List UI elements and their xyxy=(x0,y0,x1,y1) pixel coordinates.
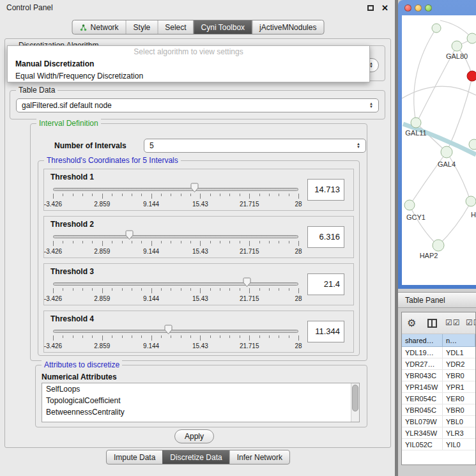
table-data-combobox[interactable]: galFiltered.sif default node ▲▼ xyxy=(16,98,379,112)
tab-infer-network[interactable]: Infer Network xyxy=(229,450,289,464)
slider-track[interactable] xyxy=(53,235,298,238)
tick-mark xyxy=(269,288,270,291)
control-panel-titlebar[interactable]: Control Panel ✕ xyxy=(0,0,395,15)
table-row[interactable]: YPR145WYPR1 xyxy=(402,381,475,393)
network-node[interactable] xyxy=(404,200,415,210)
tick-mark xyxy=(298,335,299,341)
slider-ticks xyxy=(53,288,298,294)
tab-jactivemnodules[interactable]: jActiveMNodules xyxy=(252,20,323,34)
tab-select[interactable]: Select xyxy=(157,20,193,34)
tick-mark xyxy=(92,194,93,196)
tab-network[interactable]: Network xyxy=(73,20,126,34)
tick-mark xyxy=(289,241,289,243)
attribute-list-item[interactable]: TopologicalCoefficient xyxy=(42,395,359,406)
tab-discretize-data[interactable]: Discretize Data xyxy=(162,450,229,464)
network-node[interactable] xyxy=(411,118,421,128)
mac-zoom-button[interactable] xyxy=(425,4,432,12)
mac-close-button[interactable] xyxy=(404,4,411,12)
table-panel-titlebar[interactable]: Table Panel xyxy=(398,292,476,308)
algorithm-dropdown-popup: Select algorithm to view settings Manual… xyxy=(7,45,370,82)
scale-label: 2.859 xyxy=(94,295,110,302)
table-row[interactable]: YER054CYER0 xyxy=(402,393,475,404)
tab-style[interactable]: Style xyxy=(126,20,158,34)
table-row[interactable]: YBR045CYBR0 xyxy=(402,404,475,416)
tick-mark xyxy=(171,241,171,243)
network-node-selected[interactable] xyxy=(467,71,476,81)
table-cell: YDR27… xyxy=(402,358,443,369)
threshold-slider[interactable]: -3.4262.8599.14415.4321.71528 xyxy=(53,324,298,352)
tick-mark xyxy=(102,335,103,341)
slider-thumb-icon[interactable] xyxy=(190,183,199,193)
tick-mark xyxy=(63,241,63,243)
intervals-combobox[interactable]: 5 ▲▼ xyxy=(144,139,366,153)
table-rows: YDL19…YDL1YDR27…YDR2YBR043CYBR0YPR145WYP… xyxy=(402,347,475,464)
network-edge[interactable] xyxy=(402,86,476,98)
listbox-scrollbar[interactable] xyxy=(351,383,359,422)
network-edge[interactable] xyxy=(440,20,472,38)
tick-mark xyxy=(122,241,123,243)
slider-thumb-icon[interactable] xyxy=(125,230,134,240)
network-edge[interactable] xyxy=(447,152,470,201)
network-node[interactable] xyxy=(441,146,452,158)
scale-label: 2.859 xyxy=(94,201,110,208)
attributes-listbox[interactable]: SelfLoopsTopologicalCoefficientBetweenne… xyxy=(42,383,360,422)
threshold-value-field[interactable]: 14.713 xyxy=(307,179,344,201)
tick-mark xyxy=(53,241,54,246)
mac-minimize-button[interactable] xyxy=(415,4,422,12)
network-node[interactable] xyxy=(432,24,441,33)
close-icon[interactable]: ✕ xyxy=(381,3,388,13)
slider-thumb-icon[interactable] xyxy=(243,277,251,288)
attribute-list-item[interactable]: SelfLoops xyxy=(42,383,359,395)
tab-label: Cyni Toolbox xyxy=(201,23,245,32)
threshold-value-field[interactable]: 11.344 xyxy=(307,321,344,342)
tick-mark xyxy=(132,288,132,291)
network-edge[interactable] xyxy=(414,28,436,123)
tick-mark xyxy=(269,241,270,243)
slider-track[interactable] xyxy=(53,330,298,333)
float-window-icon[interactable] xyxy=(367,5,374,11)
network-node[interactable] xyxy=(467,33,476,43)
network-edge[interactable] xyxy=(438,203,470,245)
threshold-value-field[interactable]: 6.316 xyxy=(307,226,344,248)
network-canvas[interactable]: GAL80GAL11GAL4GCY1HAP2H xyxy=(402,15,476,285)
checkbox-icons[interactable]: ☑☑ xyxy=(445,318,461,327)
table-row[interactable]: YBL079WYBL0 xyxy=(402,416,475,427)
slider-track[interactable] xyxy=(53,282,298,286)
tab-cyni-toolbox[interactable]: Cyni Toolbox xyxy=(194,20,252,34)
header-cell-shared-name[interactable]: shared… xyxy=(402,334,443,347)
popup-option[interactable]: Equal Width/Frequency Discretization xyxy=(8,70,369,82)
checkbox-icons[interactable]: ☑☑ xyxy=(466,318,476,327)
table-row[interactable]: YDL19…YDL1 xyxy=(402,347,475,358)
threshold-slider[interactable]: -3.4262.8599.14415.4321.71528 xyxy=(53,229,298,257)
tick-mark xyxy=(259,288,260,291)
gear-icon[interactable]: ⚙ xyxy=(407,317,416,329)
network-node[interactable] xyxy=(466,196,476,206)
tick-mark xyxy=(73,194,73,196)
table-row[interactable]: YIL052CYIL0 xyxy=(402,439,475,450)
network-node[interactable] xyxy=(452,41,462,51)
tab-impute-data[interactable]: Impute Data xyxy=(107,450,162,464)
network-node[interactable] xyxy=(433,240,444,251)
network-node-label: GAL80 xyxy=(446,52,468,60)
popup-option[interactable]: Manual Discretization xyxy=(8,58,369,70)
header-cell-name[interactable]: n… xyxy=(443,334,475,347)
apply-button[interactable]: Apply xyxy=(174,429,214,443)
tick-mark xyxy=(229,335,230,338)
tab-label: Network xyxy=(91,23,119,32)
table-row[interactable]: YLR345WYLR3 xyxy=(402,427,475,439)
slider-thumb-icon[interactable] xyxy=(164,325,173,335)
threshold-title: Threshold 4 xyxy=(50,314,94,323)
network-edge[interactable] xyxy=(410,205,437,245)
tick-mark xyxy=(151,335,152,341)
threshold-slider[interactable]: -3.4262.8599.14415.4321.71528 xyxy=(53,277,298,305)
columns-icon[interactable] xyxy=(427,319,437,328)
threshold-slider[interactable]: -3.4262.8599.14415.4321.71528 xyxy=(53,182,298,210)
table-row[interactable]: YDR27…YDR2 xyxy=(402,358,475,370)
scrollbar-thumb[interactable] xyxy=(352,385,358,411)
network-node[interactable] xyxy=(469,139,476,150)
threshold-value-field[interactable]: 21.4 xyxy=(307,273,344,295)
network-view-window: GAL80GAL11GAL4GCY1HAP2H xyxy=(398,0,476,289)
slider-track[interactable] xyxy=(53,188,298,191)
table-row[interactable]: YBR043CYBR0 xyxy=(402,370,475,381)
attribute-list-item[interactable]: BetweennessCentrality xyxy=(42,406,359,418)
